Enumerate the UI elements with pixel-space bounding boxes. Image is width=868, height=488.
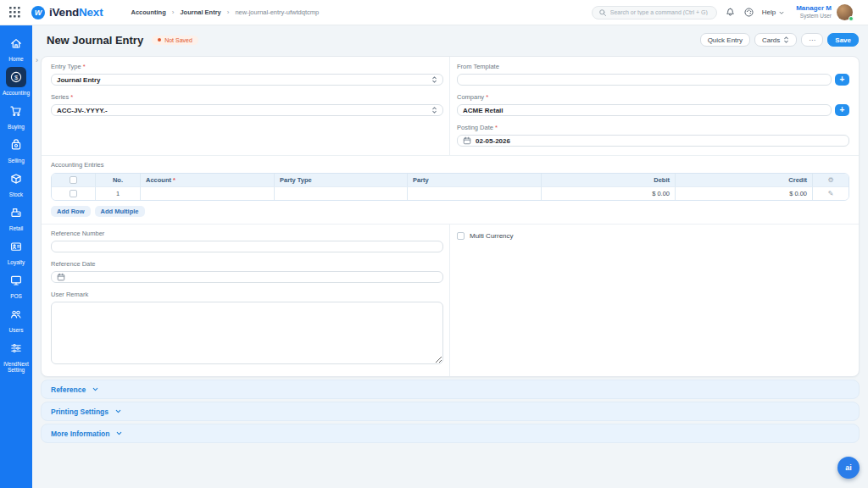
search-icon [598,8,607,17]
multi-currency-label: Multi Currency [470,232,514,240]
journal-entry-form-card: Entry Type * Journal Entry Series * ACC-… [41,56,860,377]
reference-date-input[interactable] [51,271,443,283]
svg-text:$: $ [14,74,19,81]
brand-logo[interactable]: W iVendNext [31,6,103,19]
multi-currency-field[interactable]: Multi Currency [457,232,849,240]
posting-date-label: Posting Date * [457,124,849,131]
row-checkbox[interactable] [70,190,77,197]
col-debit: Debit [542,174,676,186]
search-input[interactable] [610,9,710,15]
breadcrumb-separator: › [227,8,230,16]
party-type-cell[interactable] [275,186,408,200]
brand-logo-icon: W [31,6,45,19]
apps-grid-icon[interactable] [7,5,22,20]
quick-entry-button[interactable]: Quick Entry [700,33,750,47]
reference-number-input[interactable] [51,241,443,252]
top-navbar: W iVendNext Accounting › Journal Entry ›… [0,0,868,25]
sidebar-item-accounting[interactable]: $ Accounting [0,65,32,99]
user-menu[interactable]: Manager M System User [796,4,853,20]
brand-name: iVendNext [49,6,103,19]
notifications-bell-icon[interactable] [725,7,736,18]
add-template-button[interactable]: + [835,74,849,86]
add-row-button[interactable]: Add Row [51,206,91,217]
series-label: Series * [51,93,443,101]
users-group-icon [6,304,26,324]
multi-currency-checkbox[interactable] [457,232,465,240]
cards-view-button[interactable]: Cards [754,33,797,47]
global-search[interactable] [592,6,717,19]
chevron-down-icon [115,430,123,437]
sidebar-item-stock[interactable]: Stock [0,167,32,201]
theme-palette-icon[interactable] [743,7,754,18]
avatar[interactable] [837,4,853,20]
col-party: Party [408,174,542,186]
calendar-icon [463,136,471,145]
posting-date-input[interactable]: 02-05-2026 [457,135,849,147]
monitor-icon [6,270,26,291]
chevron-down-icon [114,408,122,415]
sidebar-item-pos[interactable]: POS [0,269,32,302]
series-select[interactable]: ACC-JV-.YYYY.- [51,104,443,116]
accounting-entries-label: Accounting Entries [51,161,849,169]
more-menu-button[interactable]: ··· [801,33,823,47]
home-icon [6,33,26,53]
select-arrows-icon [431,75,437,84]
assistant-fab-button[interactable]: ai [837,457,860,479]
from-template-label: From Template [457,63,849,70]
sidebar-item-selling[interactable]: Selling [0,133,32,167]
select-arrows-icon [431,106,437,114]
accounting-icon: $ [6,67,26,87]
save-button[interactable]: Save [827,33,859,47]
section-more-information[interactable]: More Information [41,424,860,443]
sidebar-item-buying[interactable]: Buying [0,99,32,133]
sidebar-item-home[interactable]: Home [0,31,32,65]
box-icon [6,169,26,189]
party-cell[interactable] [408,186,542,200]
chevron-down-icon [92,385,99,393]
reference-date-label: Reference Date [51,260,443,268]
breadcrumb-separator: › [172,8,175,16]
user-name: Manager M [796,4,832,13]
debit-cell[interactable]: $ 0.00 [542,186,676,200]
sidebar-item-ivendnext-setting[interactable]: iVendNext Setting [0,336,32,374]
sort-icon [783,36,789,44]
company-input[interactable] [457,104,832,116]
sidebar-item-retail[interactable]: Retail [0,201,32,235]
sidebar-item-loyalty[interactable]: Loyalty [0,235,32,269]
calendar-icon [57,273,65,281]
reference-number-label: Reference Number [51,230,443,237]
edit-row-pencil-icon[interactable]: ✎ [828,190,834,197]
table-row: 1 $ 0.00 $ 0.00 ✎ [52,186,849,200]
col-credit: Credit [676,174,813,186]
account-cell[interactable] [141,186,275,200]
user-remark-textarea[interactable] [51,302,443,364]
from-template-input[interactable] [457,74,832,86]
help-label: Help [762,8,776,16]
add-multiple-button[interactable]: Add Multiple [95,206,145,217]
sidebar-expand-icon[interactable]: › [36,57,38,64]
page-header: New Journal Entry Not Saved Quick Entry … [41,29,860,51]
sidebar-item-users[interactable]: Users [0,302,32,336]
accounting-entries-table: No. Account * Party Type Party Debit Cre… [51,173,849,201]
breadcrumb-journal-entry[interactable]: Journal Entry [180,8,220,16]
breadcrumb: Accounting › Journal Entry › new-journal… [131,8,319,16]
breadcrumb-accounting[interactable]: Accounting [131,8,165,16]
entry-type-select[interactable]: Journal Entry [51,74,443,86]
credit-cell[interactable]: $ 0.00 [676,186,813,200]
status-dot-icon [158,38,161,42]
table-header-row: No. Account * Party Type Party Debit Cre… [52,174,849,186]
breadcrumb-current: new-journal-entry-ufwtdqtcmp [235,8,319,16]
table-settings-gear-icon[interactable]: ⚙ [827,176,833,184]
loyalty-card-icon [6,236,26,257]
app-sidebar: Home $ Accounting Buying Selling [0,25,32,488]
select-all-checkbox[interactable] [70,176,77,184]
col-account: Account * [141,174,275,186]
help-menu[interactable]: Help [762,8,785,16]
status-badge: Not Saved [152,36,198,45]
section-printing-settings[interactable]: Printing Settings [41,402,860,421]
bag-icon [6,135,26,155]
page-title: New Journal Entry [47,34,143,47]
user-role: System User [796,13,832,19]
add-company-button[interactable]: + [835,104,849,116]
section-reference[interactable]: Reference [41,380,860,399]
